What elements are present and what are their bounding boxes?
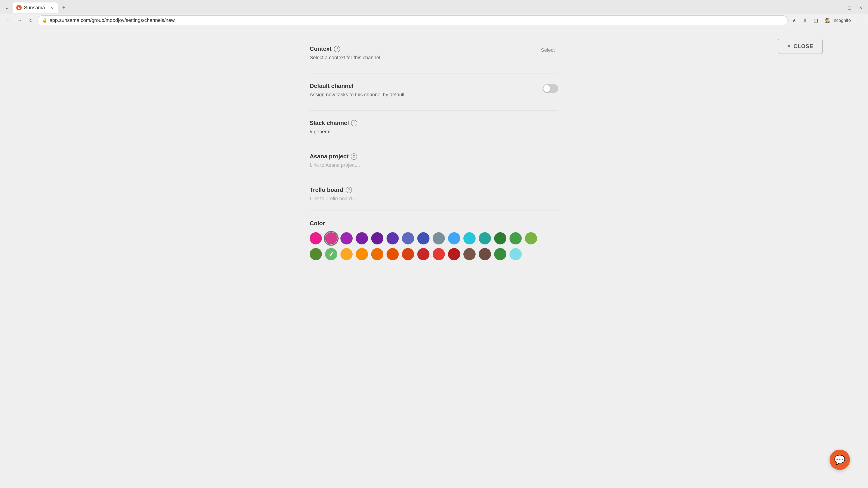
color-swatch-yellow[interactable]	[340, 248, 352, 260]
window-close-button[interactable]: ✕	[856, 3, 865, 12]
browser-tab[interactable]: S Sunsama ✕	[13, 2, 58, 13]
color-swatch-forest-green[interactable]	[494, 248, 506, 260]
url-text: app.sunsama.com/group/moodjoy/settings/c…	[50, 18, 175, 23]
incognito-icon[interactable]: 🕵 Incognito	[822, 16, 854, 25]
browser-controls: ← → ↻ 🔒 app.sunsama.com/group/moodjoy/se…	[0, 13, 868, 27]
close-label: CLOSE	[794, 43, 813, 50]
color-swatch-indigo[interactable]	[402, 232, 414, 245]
asana-project-title: Asana project ?	[310, 153, 558, 160]
menu-icon[interactable]: ⋮	[855, 16, 864, 25]
asana-project-input[interactable]: Link to Asana project...	[310, 162, 558, 168]
color-swatch-light-cyan[interactable]	[509, 248, 522, 260]
color-swatch-dark-brown[interactable]	[479, 248, 491, 260]
color-swatch-dark-red[interactable]	[448, 248, 460, 260]
color-row-1	[310, 232, 558, 245]
trello-help-icon[interactable]: ?	[346, 187, 352, 193]
context-description: Select a context for this channel.	[310, 55, 381, 61]
default-channel-toggle[interactable]	[542, 84, 558, 93]
trello-board-title: Trello board ?	[310, 186, 558, 193]
context-help-icon[interactable]: ?	[334, 46, 340, 52]
trello-board-input[interactable]: Link to Trello board...	[310, 196, 558, 201]
color-swatch-dark-purple[interactable]	[371, 232, 383, 245]
context-row: Context ? Select a context for this chan…	[310, 45, 558, 64]
address-bar[interactable]: 🔒 app.sunsama.com/group/moodjoy/settings…	[37, 15, 787, 25]
context-section: Context ? Select a context for this chan…	[310, 36, 558, 73]
tab-label: Sunsama	[24, 5, 45, 11]
color-swatch-red-orange[interactable]	[402, 248, 414, 260]
color-swatch-blue-indigo[interactable]	[417, 232, 430, 245]
context-left: Context ? Select a context for this chan…	[310, 45, 381, 64]
color-swatch-blue-grey[interactable]	[433, 232, 445, 245]
color-swatch-teal[interactable]	[479, 232, 491, 245]
default-channel-row: Default channel Assign new tasks to this…	[310, 83, 558, 101]
default-channel-left: Default channel Assign new tasks to this…	[310, 83, 406, 101]
chat-button[interactable]: 💬	[830, 450, 850, 470]
browser-actions: ★ ⇓ ◫ 🕵 Incognito ⋮	[790, 16, 864, 25]
slack-channel-section: Slack channel ? # general	[310, 110, 558, 144]
incognito-label: Incognito	[833, 18, 851, 23]
color-swatch-orange[interactable]	[356, 248, 368, 260]
color-grid: ✓	[310, 232, 558, 260]
tab-favicon: S	[16, 5, 22, 10]
tab-close-button[interactable]: ✕	[49, 5, 54, 10]
bookmark-icon[interactable]: ★	[790, 16, 799, 25]
color-swatch-olive-green[interactable]	[310, 248, 322, 260]
color-swatch-hot-pink[interactable]	[310, 232, 322, 245]
color-swatch-light-blue[interactable]	[448, 232, 460, 245]
color-swatch-light-green[interactable]	[525, 232, 537, 245]
refresh-button[interactable]: ↻	[26, 16, 35, 25]
asana-project-section: Asana project ? Link to Asana project...	[310, 144, 558, 177]
asana-help-icon[interactable]: ?	[351, 153, 357, 160]
color-swatch-deep-orange[interactable]	[371, 248, 383, 260]
context-title: Context ?	[310, 45, 381, 53]
context-select[interactable]: Select	[537, 45, 558, 55]
color-swatch-brown[interactable]	[463, 248, 475, 260]
new-tab-button[interactable]: +	[60, 4, 68, 12]
default-channel-title: Default channel	[310, 83, 406, 90]
lock-icon: 🔒	[42, 18, 47, 23]
color-swatch-magenta-pink[interactable]	[325, 232, 337, 245]
tab-bar: ⌄ S Sunsama ✕ + ─ ◻ ✕	[0, 0, 868, 13]
forward-button[interactable]: →	[15, 16, 24, 25]
slack-channel-value[interactable]: # general	[310, 129, 558, 135]
minimize-button[interactable]: ─	[834, 3, 843, 12]
color-section: Color ✓	[310, 211, 558, 260]
color-swatch-red[interactable]	[417, 248, 430, 260]
color-swatch-green[interactable]	[509, 232, 522, 245]
color-swatch-burnt-orange[interactable]	[386, 248, 399, 260]
back-button[interactable]: ←	[4, 16, 13, 25]
close-button[interactable]: × CLOSE	[778, 39, 823, 54]
color-swatch-violet[interactable]	[386, 232, 399, 245]
maximize-button[interactable]: ◻	[845, 3, 854, 12]
main-content: × CLOSE Context ? Select a context for t…	[0, 27, 868, 488]
browser-chrome: ⌄ S Sunsama ✕ + ─ ◻ ✕ ← → ↻ 🔒 app.sunsam…	[0, 0, 868, 27]
color-swatch-cyan[interactable]	[463, 232, 475, 245]
color-swatch-mint-green[interactable]: ✓	[325, 248, 337, 260]
color-swatch-dark-green[interactable]	[494, 232, 506, 245]
settings-panel: Context ? Select a context for this chan…	[310, 27, 558, 269]
toggle-thumb	[544, 85, 550, 92]
trello-board-section: Trello board ? Link to Trello board...	[310, 177, 558, 211]
color-swatch-bright-red[interactable]	[433, 248, 445, 260]
close-x-icon: ×	[787, 43, 791, 50]
incognito-hat: 🕵	[825, 18, 831, 23]
tab-arrow-left[interactable]: ⌄	[3, 4, 11, 12]
color-title: Color	[310, 220, 558, 227]
sidebar-icon[interactable]: ◫	[811, 16, 820, 25]
slack-channel-title: Slack channel ?	[310, 120, 558, 127]
chat-icon: 💬	[834, 455, 845, 465]
color-swatch-deep-purple[interactable]	[356, 232, 368, 245]
color-row-2: ✓	[310, 248, 558, 260]
default-channel-description: Assign new tasks to this channel by defa…	[310, 92, 406, 98]
default-channel-section: Default channel Assign new tasks to this…	[310, 73, 558, 110]
color-swatch-purple[interactable]	[340, 232, 352, 245]
download-icon[interactable]: ⇓	[801, 16, 810, 25]
slack-help-icon[interactable]: ?	[351, 120, 358, 126]
